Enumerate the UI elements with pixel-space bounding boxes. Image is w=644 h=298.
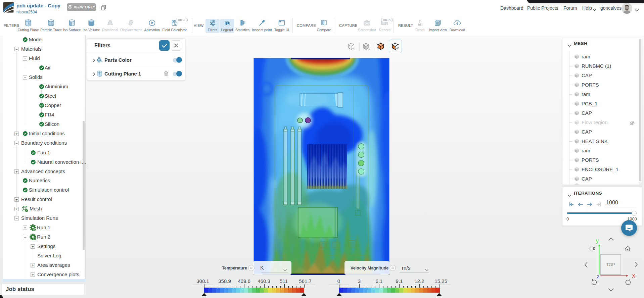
svg-text:z: z (597, 274, 599, 279)
svg-text:y: y (596, 238, 599, 244)
svg-text:TOP: TOP (606, 262, 615, 267)
svg-text:X: X (632, 273, 636, 279)
